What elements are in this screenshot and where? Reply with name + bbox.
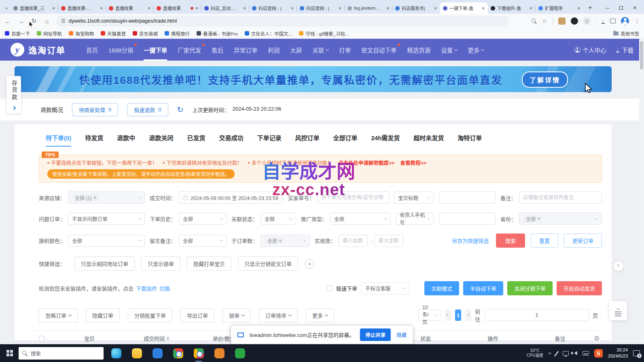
browser-tab[interactable]: 下载插件-逸 ✕ xyxy=(488,2,536,14)
title-keyword-input[interactable] xyxy=(439,192,496,204)
order-status-tab[interactable]: 淘特订单 xyxy=(451,130,489,147)
tab-close-icon[interactable]: ✕ xyxy=(482,6,485,11)
shop-select[interactable]: 全部 (1) xyxy=(68,192,145,204)
banner-cta-button[interactable]: 了解详情 xyxy=(522,72,568,88)
tray-expand-chevron-icon[interactable] xyxy=(548,352,551,355)
nav-item[interactable]: 打单 xyxy=(334,39,356,61)
nav-item[interactable]: 大屏 xyxy=(285,39,307,61)
reset-button[interactable]: 重置 xyxy=(531,234,558,248)
side-panel-icon[interactable] xyxy=(610,19,616,23)
tab-close-icon[interactable]: ✕ xyxy=(243,6,246,11)
tab-close-icon[interactable]: ✕ xyxy=(339,6,342,11)
list-action-button[interactable]: 订单排序 xyxy=(259,308,298,322)
next-page-button[interactable] xyxy=(465,309,471,321)
flag-color-select[interactable]: 全部 xyxy=(68,235,145,247)
bookmark-item[interactable]: 京东商城 xyxy=(133,30,158,37)
bookmark-star-icon[interactable]: ☆ xyxy=(542,18,547,24)
page-scrollbar[interactable] xyxy=(639,39,644,344)
taskbar-app[interactable] xyxy=(190,344,207,362)
list-action-button[interactable]: 忽略订单 xyxy=(39,308,78,322)
service-mark-select[interactable]: 不标注客服 xyxy=(361,282,409,295)
bookmark-item[interactable]: 文化名人：中国文... xyxy=(245,30,292,37)
tab-close-icon[interactable]: ✕ xyxy=(434,6,437,11)
switch-link[interactable]: 切换 xyxy=(159,284,170,292)
taskbar-app[interactable] xyxy=(108,344,125,362)
taskbar-app[interactable] xyxy=(128,344,145,362)
zoom-icon[interactable] xyxy=(532,19,537,24)
browser-tab[interactable]: 抖店服务市| ✕ xyxy=(392,2,440,14)
start-button[interactable] xyxy=(1,344,19,362)
other-bookmarks[interactable]: 其他书签 xyxy=(613,30,639,37)
remark-input[interactable] xyxy=(519,192,602,204)
list-action-button[interactable]: 更多 xyxy=(306,308,334,322)
nav-item[interactable]: 密文自动下单 xyxy=(356,39,402,61)
order-status-tab[interactable]: 超时未发货 xyxy=(407,130,451,147)
promo-type-select[interactable]: 全部 xyxy=(330,213,391,225)
tab-close-icon[interactable]: ✕ xyxy=(530,6,533,11)
keyboard-icon[interactable] xyxy=(583,351,589,356)
list-action-button[interactable]: 锁单 xyxy=(222,308,251,322)
table-column-header[interactable]: 备注 xyxy=(526,335,593,342)
browser-tab[interactable]: 一键下单-逸 ✕ xyxy=(440,2,488,14)
nav-item[interactable]: 精选货源 xyxy=(402,39,436,61)
order-status-tab[interactable]: 退款关闭 xyxy=(142,130,180,147)
table-column-header[interactable]: 操作 xyxy=(459,335,526,342)
window-close-button[interactable]: ✕ xyxy=(628,2,642,14)
taskbar-app[interactable] xyxy=(211,344,228,362)
taskbar-clock[interactable]: 20:24 2024/5/23 xyxy=(608,347,628,360)
message-remark-select[interactable]: 全部 xyxy=(179,235,227,247)
address-bar[interactable]: ☰ dywebs.1tsoft.com/douyin-web/pages/tra… xyxy=(56,16,509,27)
window-minimize-button[interactable]: — xyxy=(600,2,614,14)
quick-filter-button[interactable]: 隐藏打单宝贝 xyxy=(187,257,231,271)
nav-item[interactable]: 设置 xyxy=(436,39,462,61)
list-action-button[interactable]: 隐藏订单 xyxy=(86,308,120,322)
collapse-panel-button[interactable] xyxy=(613,261,624,272)
pen-icon[interactable] xyxy=(555,351,559,356)
browser-tab[interactable]: 扩展程序 ✕ xyxy=(536,2,583,14)
column-settings-gear-icon[interactable]: ⚙ xyxy=(594,335,600,342)
tab-close-icon[interactable]: ✕ xyxy=(148,6,151,11)
view-tutorial-link[interactable]: 查看教程>> xyxy=(400,159,426,166)
site-info-icon[interactable]: ☰ xyxy=(61,18,65,24)
download-plugin-link[interactable]: 下载插件 xyxy=(136,284,157,292)
browser-tab[interactable]: fxg.jinritem… ✕ xyxy=(345,2,392,14)
nav-item[interactable]: 厂家代发 xyxy=(172,39,206,61)
order-status-tab[interactable]: 交易成功 xyxy=(212,130,250,147)
order-status-tab[interactable]: 待下单(0) xyxy=(39,130,78,147)
order-status-tab[interactable]: 退款中 xyxy=(110,130,142,147)
reload-icon[interactable]: ↻ xyxy=(30,17,38,25)
bookmark-item[interactable]: 天猫直营 xyxy=(101,30,126,37)
tab-close-icon[interactable]: ✕ xyxy=(52,6,55,11)
tab-close-icon[interactable]: ✕ xyxy=(577,6,580,11)
quick-filter-button[interactable]: 只显示分销密文订单 xyxy=(238,257,298,271)
buyer-order-input[interactable] xyxy=(317,192,389,204)
nav-item[interactable]: 售后 xyxy=(206,39,229,61)
browser-tab[interactable]: 抖店_后台… ✕ xyxy=(201,2,249,14)
stock-fund-side-tab[interactable]: 存货款 xyxy=(6,76,21,114)
extension-dark-icon[interactable] xyxy=(571,17,578,25)
order-history-select[interactable]: 全部 xyxy=(179,213,227,225)
forward-icon[interactable]: → xyxy=(17,18,25,25)
select-all-checkbox[interactable] xyxy=(39,336,44,341)
extensions-puzzle-icon[interactable]: ⬡ xyxy=(583,17,591,25)
table-column-header[interactable]: 成交时间 xyxy=(123,335,190,342)
display-icon[interactable] xyxy=(563,351,569,356)
fast-refund-button[interactable]: 极速退款 0 xyxy=(127,103,168,116)
min-amount-input[interactable] xyxy=(339,235,368,247)
nav-item[interactable]: 关联 xyxy=(307,39,334,61)
taskbar-app[interactable] xyxy=(231,344,248,362)
order-status-tab[interactable]: 24h需发货 xyxy=(364,130,407,147)
province-select[interactable]: 全部 xyxy=(519,213,602,225)
table-column-header[interactable]: 宝贝 xyxy=(56,335,123,342)
save-quick-filter-link[interactable]: 另存为快捷筛选 xyxy=(452,237,489,244)
bookmark-item[interactable]: 看漫画 - 书迷Pro xyxy=(197,30,238,37)
tab-search-chevron-icon[interactable] xyxy=(2,2,11,14)
speaker-icon[interactable] xyxy=(574,351,577,355)
new-tab-button[interactable]: + xyxy=(585,2,595,13)
browser-tab[interactable]: 抖店官网 - | ✕ xyxy=(249,2,297,14)
order-status-tab[interactable]: 下单记录 xyxy=(250,130,288,147)
download-link[interactable]: ↓ 下载 xyxy=(616,46,634,54)
tab-close-icon[interactable]: ✕ xyxy=(291,6,294,11)
nav-item[interactable]: 首页 xyxy=(81,39,103,61)
home-icon[interactable]: ⌂ xyxy=(43,18,51,25)
